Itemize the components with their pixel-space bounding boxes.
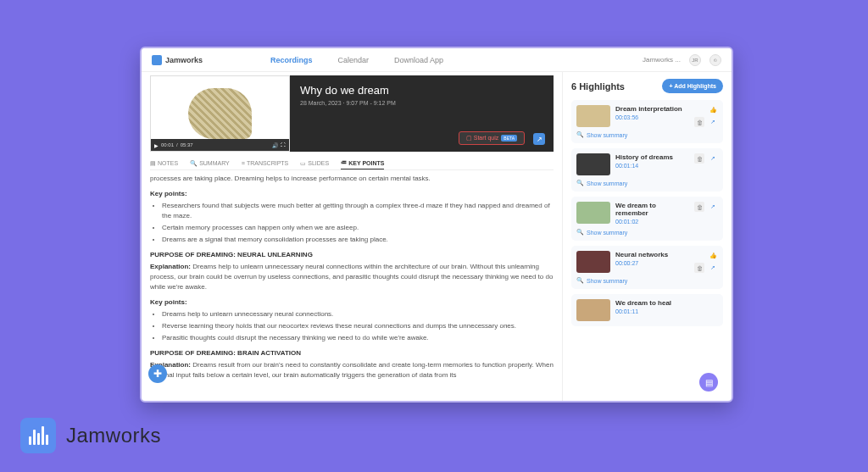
quiz-icon: ▢ [466,135,474,141]
highlight-title: Dream interpretation [615,105,689,113]
tab-transcripts[interactable]: ≡TRANSCRIPTS [242,157,289,169]
search-icon: 🔍 [576,229,584,236]
open-external-icon[interactable]: ↗ [708,263,718,273]
nav-calendar[interactable]: Calendar [338,56,370,64]
show-summary-link[interactable]: 🔍Show summary [576,229,718,236]
accessibility-button[interactable]: ✚ [148,364,167,383]
tab-notes[interactable]: ▤NOTES [150,157,178,169]
video-info: Why do we dream 28 March, 2023 · 9:07 PM… [290,75,554,152]
highlight-thumbnail[interactable] [576,105,610,127]
add-highlights-button[interactable]: + Add Highlights [662,79,723,93]
show-summary-link[interactable]: 🔍Show summary [576,180,718,186]
topbar-right: Jamworks ... JR ⎋ [643,54,721,66]
keypoints-heading: Key points: [150,189,554,199]
beta-badge: BETA [501,135,517,142]
highlight-time[interactable]: 00:01:11 [615,308,718,314]
like-icon[interactable]: 👍 [708,105,718,115]
highlight-thumbnail[interactable] [576,251,610,273]
highlight-time[interactable]: 00:01:14 [615,163,689,169]
highlight-title: History of dreams [615,153,689,161]
open-external-icon[interactable]: ↗ [708,117,718,127]
main-column: ▶ 00:01 / 05:37 🔊 ⛶ Why do we dream 28 M… [142,72,562,401]
footer-logo-icon [20,418,56,453]
video-player[interactable]: ▶ 00:01 / 05:37 🔊 ⛶ [150,75,290,152]
list-item: Dreams help to unlearn unnecessary neura… [162,309,554,319]
brand[interactable]: Jamworks [152,55,203,65]
tab-keypoints[interactable]: ≔KEY POINTS [341,157,384,169]
highlight-time[interactable]: 00:03:56 [615,114,689,120]
search-icon: 🔍 [190,160,198,167]
video-row: ▶ 00:01 / 05:37 🔊 ⛶ Why do we dream 28 M… [150,72,554,152]
account-label[interactable]: Jamworks ... [643,56,681,64]
list-item: Dreams are a signal that memory consolid… [162,235,554,245]
highlights-sidebar: 6 Highlights + Add Highlights Dream inte… [562,72,732,401]
highlights-count: 6 Highlights [571,81,625,92]
keypoints-heading: Key points: [150,297,554,308]
trash-icon[interactable]: 🗑 [694,202,704,212]
trash-icon[interactable]: 🗑 [694,263,704,273]
brand-name: Jamworks [165,56,203,64]
time-duration: 05:37 [181,142,193,147]
trash-icon[interactable]: 🗑 [694,117,704,127]
sidebar-header: 6 Highlights + Add Highlights [571,79,723,93]
like-icon[interactable]: 👍 [708,251,718,261]
highlight-card: Dream interpretation 00:03:56 👍 🗑 ↗ 🔍Sho… [571,100,723,143]
slides-icon: ▭ [300,160,306,167]
section-heading: PURPOSE OF DREAMING: NEURAL UNLEARNING [150,250,554,260]
show-summary-link[interactable]: 🔍Show summary [576,131,718,138]
nav-download[interactable]: Download App [394,56,443,64]
section-heading: PURPOSE OF DREAMING: BRAIN ACTIVATION [150,348,554,358]
explanation: Explanation: Dreams result from our brai… [150,360,554,380]
content: ▶ 00:01 / 05:37 🔊 ⛶ Why do we dream 28 M… [142,72,732,401]
highlight-time[interactable]: 00:01:02 [615,219,689,225]
topbar: Jamworks Recordings Calendar Download Ap… [142,48,732,72]
video-title: Why do we dream [300,84,543,97]
open-external-icon[interactable]: ↗ [533,133,545,145]
keypoints-icon: ≔ [341,159,347,166]
footer-brand-name: Jamworks [66,424,161,447]
logout-icon[interactable]: ⎋ [709,54,721,66]
show-summary-link[interactable]: 🔍Show summary [576,277,718,284]
explanation: Explanation: Dreams help to unlearn unne… [150,262,554,292]
open-external-icon[interactable]: ↗ [708,153,718,164]
content-tabs: ▤NOTES 🔍SUMMARY ≡TRANSCRIPTS ▭SLIDES ≔KE… [150,157,554,170]
keypoints-list-1: Researchers found that subjects were muc… [150,201,554,245]
highlight-thumbnail[interactable] [576,202,610,224]
play-icon[interactable]: ▶ [154,142,159,148]
highlight-card: We dream to remember 00:01:02 🗑↗ 🔍Show s… [571,197,723,241]
highlight-card: History of dreams 00:01:14 🗑↗ 🔍Show summ… [571,148,723,192]
list-item: Certain memory processes can happen only… [162,223,554,233]
highlight-title: Neural networks [615,251,689,258]
search-icon: 🔍 [576,180,584,186]
keypoints-list-2: Dreams help to unlearn unnecessary neura… [150,309,554,343]
app-window: Jamworks Recordings Calendar Download Ap… [140,47,733,403]
search-icon: 🔍 [576,277,584,284]
open-external-icon[interactable]: ↗ [708,202,718,212]
highlight-time[interactable]: 00:00:27 [615,260,689,266]
start-quiz-button[interactable]: ▢ Start quizBETA [459,131,525,145]
footer-brand: Jamworks [20,418,161,453]
time-sep: / [176,142,178,147]
time-current: 00:01 [161,142,174,147]
highlight-card: Neural networks 00:00:27 👍🗑↗ 🔍Show summa… [571,246,723,289]
transcript-icon: ≡ [242,160,245,166]
trash-icon[interactable]: 🗑 [694,153,704,164]
list-item: Reverse learning theory holds that our n… [162,321,554,331]
nav-recordings[interactable]: Recordings [270,56,313,64]
highlight-title: We dream to heal [615,299,718,307]
avatar[interactable]: JR [689,54,701,66]
volume-icon[interactable]: 🔊 [272,142,278,148]
brand-logo-icon [152,55,162,65]
list-item: Researchers found that subjects were muc… [162,201,554,221]
nav-links: Recordings Calendar Download App [270,56,443,64]
video-date: 28 March, 2023 · 9:07 PM - 9:12 PM [300,100,543,106]
tab-slides[interactable]: ▭SLIDES [300,157,329,169]
intro-fragment: processes are taking place. Dreaming hel… [150,174,554,184]
notes-fab[interactable]: ▤ [699,373,718,391]
tab-summary[interactable]: 🔍SUMMARY [190,157,230,169]
fullscreen-icon[interactable]: ⛶ [281,142,286,147]
highlight-thumbnail[interactable] [576,153,610,175]
notes-icon: ▤ [150,160,156,167]
highlight-thumbnail[interactable] [576,299,610,321]
highlight-card: We dream to heal 00:01:11 [571,294,723,326]
